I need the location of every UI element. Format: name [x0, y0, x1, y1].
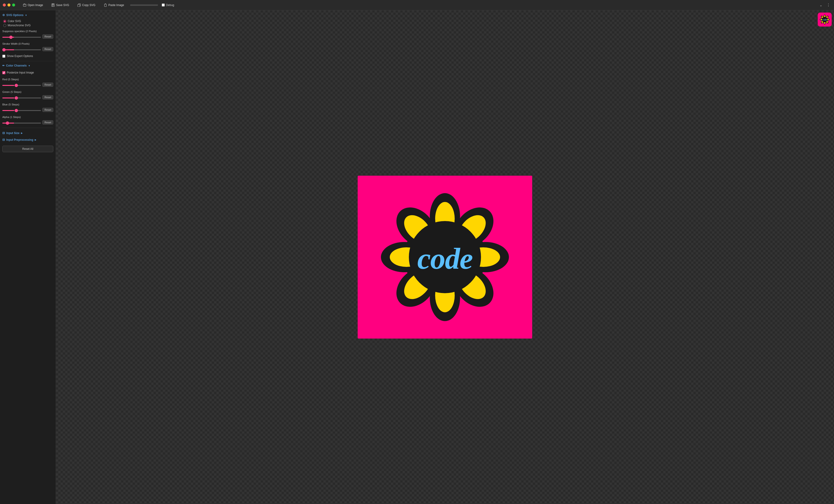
- svg-rect-2: [52, 3, 54, 4]
- sidebar: ⚙ SVG Options ▼ Color SVG Monochrome SVG…: [0, 10, 56, 504]
- color-channels-icon: ✏: [2, 64, 5, 67]
- debug-checkbox[interactable]: [162, 3, 165, 6]
- more-options-button[interactable]: ⋮: [826, 2, 831, 8]
- blue-reset-button[interactable]: Reset: [42, 108, 53, 112]
- blue-slider-container: [2, 108, 41, 112]
- posterize-label[interactable]: Posterize Input Image: [2, 71, 53, 74]
- suppress-speckles-label: Suppress speckles (2 Pixels): [2, 30, 53, 32]
- fullscreen-button[interactable]: [12, 3, 15, 6]
- red-reset-button[interactable]: Reset: [42, 83, 53, 87]
- blue-label: Blue (5 Steps): [2, 103, 53, 106]
- divider-1: [2, 61, 53, 61]
- posterize-checkbox[interactable]: [2, 71, 5, 74]
- save-svg-button[interactable]: Save SVG: [49, 3, 71, 8]
- color-channels-header[interactable]: ✏ Color Channels ▼: [2, 64, 53, 68]
- thumbnail: code: [818, 13, 832, 26]
- input-preprocessing-arrow: ▶: [35, 139, 36, 141]
- canvas-image: code: [358, 176, 532, 338]
- alpha-label: Alpha (1 Steps): [2, 116, 53, 118]
- svg-options-chevron: ▼: [25, 14, 27, 17]
- stroke-width-slider-container: [2, 47, 41, 51]
- color-svg-radio-dot: [3, 20, 6, 23]
- blue-slider-row: Reset: [2, 108, 53, 112]
- monochrome-svg-radio-dot: [3, 24, 6, 27]
- input-size-arrow: ▶: [21, 132, 23, 134]
- suppress-speckles-slider-container: [2, 35, 41, 38]
- show-expert-options-checkbox[interactable]: [2, 55, 5, 58]
- red-slider-row: Reset: [2, 83, 53, 87]
- svg-rect-5: [104, 4, 106, 6]
- red-label: Red (5 Steps): [2, 78, 53, 81]
- stroke-width-slider[interactable]: [2, 49, 41, 50]
- svg-rect-4: [78, 4, 80, 7]
- red-slider[interactable]: [2, 85, 41, 86]
- stroke-width-row: Reset: [2, 47, 53, 51]
- main-layout: ⚙ SVG Options ▼ Color SVG Monochrome SVG…: [0, 10, 834, 504]
- paste-image-button[interactable]: Paste Image: [102, 3, 126, 8]
- copy-svg-button[interactable]: Copy SVG: [75, 3, 98, 8]
- canvas-area: code: [56, 10, 834, 504]
- thumbnail-svg: code: [819, 14, 831, 25]
- green-slider-row: Reset: [2, 95, 53, 100]
- input-preprocessing-icon: ⊟: [2, 138, 5, 141]
- stroke-width-label: Stroke Width (0 Pixels): [2, 42, 53, 45]
- titlebar: Open Image Save SVG Copy SVG Paste Image…: [0, 0, 834, 10]
- blue-slider[interactable]: [2, 110, 41, 111]
- green-reset-button[interactable]: Reset: [42, 95, 53, 100]
- input-preprocessing-header[interactable]: ⊟ Input Preprocessing ▶: [2, 137, 53, 143]
- close-button[interactable]: [3, 3, 6, 6]
- divider-2: [2, 128, 53, 128]
- alpha-slider-container: [2, 121, 41, 124]
- show-expert-options-label[interactable]: Show Expert Options: [2, 54, 53, 58]
- alpha-slider-row: Reset: [2, 120, 53, 125]
- svg-text:code: code: [822, 18, 827, 21]
- red-slider-container: [2, 83, 41, 87]
- progress-bar: [130, 4, 158, 6]
- traffic-lights: [3, 3, 15, 6]
- suppress-speckles-reset-button[interactable]: Reset: [42, 35, 53, 39]
- input-size-icon: ⊟: [2, 131, 5, 135]
- titlebar-right: ⌄ ⋮: [819, 2, 831, 8]
- logo-svg: code: [366, 181, 524, 333]
- svg-type-radio-group: Color SVG Monochrome SVG: [3, 20, 53, 27]
- svg-rect-0: [23, 4, 26, 6]
- green-label: Green (5 Steps): [2, 90, 53, 93]
- green-slider-container: [2, 96, 41, 99]
- alpha-slider[interactable]: [2, 123, 41, 124]
- svg-options-header[interactable]: ⚙ SVG Options ▼: [2, 13, 53, 17]
- open-image-button[interactable]: Open Image: [21, 3, 45, 8]
- minimize-button[interactable]: [7, 3, 10, 6]
- chevron-down-button[interactable]: ⌄: [819, 2, 823, 8]
- svg-text:code: code: [417, 242, 473, 275]
- input-size-header[interactable]: ⊟ Input Size ▶: [2, 130, 53, 136]
- color-svg-radio-label[interactable]: Color SVG: [3, 20, 53, 23]
- stroke-width-reset-button[interactable]: Reset: [42, 47, 53, 51]
- color-channels-chevron: ▼: [28, 64, 30, 67]
- monochrome-svg-radio-label[interactable]: Monochrome SVG: [3, 24, 53, 27]
- debug-checkbox-label[interactable]: Debug: [162, 3, 174, 7]
- green-slider[interactable]: [2, 97, 41, 98]
- suppress-speckles-slider[interactable]: [2, 37, 41, 38]
- suppress-speckles-row: Reset: [2, 35, 53, 39]
- reset-all-button[interactable]: Reset All: [2, 146, 53, 152]
- svg-options-icon: ⚙: [2, 14, 5, 17]
- alpha-reset-button[interactable]: Reset: [42, 120, 53, 125]
